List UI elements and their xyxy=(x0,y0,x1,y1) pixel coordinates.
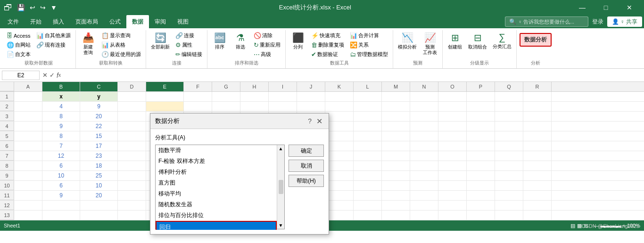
cell-h1[interactable] xyxy=(240,92,269,101)
cell-d7[interactable] xyxy=(118,151,146,161)
cell-rest6e[interactable] xyxy=(410,141,438,151)
col-header-l[interactable]: L xyxy=(354,82,382,91)
dialog-close-button[interactable]: ✕ xyxy=(314,116,324,126)
cell-k1[interactable] xyxy=(325,92,354,101)
cell-rest8b[interactable] xyxy=(325,161,354,170)
cell-r2[interactable] xyxy=(523,102,552,111)
cell-rest13g[interactable] xyxy=(467,211,495,220)
analysis-tools-listbox[interactable]: 指数平滑 F-检验 双样本方差 傅利叶分析 直方图 移动平均 随机数发生器 排位… xyxy=(156,145,277,230)
cell-i1[interactable] xyxy=(269,92,297,101)
cell-h2[interactable] xyxy=(240,102,269,111)
save-icon[interactable]: 💾 xyxy=(15,3,27,12)
tab-view[interactable]: 视图 xyxy=(172,15,194,28)
cell-rest5c[interactable] xyxy=(354,131,382,141)
cell-j2[interactable] xyxy=(297,102,325,111)
website-button[interactable]: 🌐 自网站 xyxy=(5,40,33,49)
cell-rest7i[interactable] xyxy=(523,151,552,161)
cell-c13[interactable] xyxy=(80,211,118,220)
col-header-b[interactable]: B xyxy=(42,82,80,91)
cell-rest8f[interactable] xyxy=(438,161,467,170)
connections-button[interactable]: 🔗 连接 xyxy=(173,31,204,40)
cell-rest6g[interactable] xyxy=(467,141,495,151)
cell-d10[interactable] xyxy=(118,181,146,190)
cell-d5[interactable] xyxy=(118,131,146,141)
cell-b11[interactable]: 9 xyxy=(42,191,80,200)
scroll-up-arrow[interactable]: ▲ xyxy=(279,146,283,151)
cell-b3[interactable]: 8 xyxy=(42,112,80,121)
cell-rest9d[interactable] xyxy=(382,171,410,180)
cell-rest12b[interactable] xyxy=(325,201,354,210)
cell-rest7d[interactable] xyxy=(382,151,410,161)
data-validation-button[interactable]: ✔ 数据验证 xyxy=(309,50,346,59)
list-item-regression[interactable]: 回归 xyxy=(156,221,277,230)
cell-rest8e[interactable] xyxy=(410,161,438,170)
cell-rest6d[interactable] xyxy=(382,141,410,151)
cell-rest5d[interactable] xyxy=(382,131,410,141)
tab-data[interactable]: 数据 xyxy=(126,15,149,28)
existing-connection-button[interactable]: 🔗 现有连接 xyxy=(34,40,73,49)
col-header-h[interactable]: H xyxy=(240,82,269,91)
refresh-all-button[interactable]: 🔄 全部刷新 xyxy=(149,31,172,51)
view-normal[interactable]: ▤ xyxy=(570,223,575,229)
cell-b9[interactable]: 10 xyxy=(42,171,80,180)
data-analysis-dialog[interactable]: 数据分析 ? ✕ 分析工具(A) 指数平滑 F-检验 双样本方差 傅利叶分析 直… xyxy=(150,113,329,231)
cell-rest5g[interactable] xyxy=(467,131,495,141)
cell-rest4g[interactable] xyxy=(467,122,495,131)
split-column-button[interactable]: ⬛ 分列 xyxy=(289,31,307,51)
cell-rest5e[interactable] xyxy=(410,131,438,141)
cell-rest5h[interactable] xyxy=(495,131,523,141)
cell-rest11c[interactable] xyxy=(354,191,382,200)
tab-home[interactable]: 开始 xyxy=(25,15,47,28)
manage-model-button[interactable]: 🗂 管理数据模型 xyxy=(348,50,390,59)
cell-rest10b[interactable] xyxy=(325,181,354,190)
cell-p1[interactable] xyxy=(467,92,495,101)
cell-rest3c[interactable] xyxy=(354,112,382,121)
cell-rest8c[interactable] xyxy=(354,161,382,170)
col-header-d[interactable]: D xyxy=(118,82,146,91)
cell-a1[interactable] xyxy=(14,92,42,101)
cell-rest9h[interactable] xyxy=(495,171,523,180)
list-item-ftest[interactable]: F-检验 双样本方差 xyxy=(156,156,277,167)
cell-rest5i[interactable] xyxy=(523,131,552,141)
cell-c1[interactable]: y xyxy=(80,92,118,101)
cell-rest10i[interactable] xyxy=(523,181,552,190)
consolidate-button[interactable]: 📊 合并计算 xyxy=(348,31,390,40)
cell-rest4b[interactable] xyxy=(325,122,354,131)
cell-rest11d[interactable] xyxy=(382,191,410,200)
cell-rest13f[interactable] xyxy=(438,211,467,220)
cell-j1[interactable] xyxy=(297,92,325,101)
cell-a5[interactable] xyxy=(14,131,42,141)
cell-d13[interactable] xyxy=(118,211,146,220)
minimize-button[interactable]: — xyxy=(571,0,593,15)
cell-rest4i[interactable] xyxy=(523,122,552,131)
cell-rest6i[interactable] xyxy=(523,141,552,151)
tab-pagelayout[interactable]: 页面布局 xyxy=(70,15,104,28)
cell-rest12g[interactable] xyxy=(467,201,495,210)
dialog-help-button[interactable]: ? xyxy=(308,117,312,125)
col-header-e[interactable]: E xyxy=(146,82,184,91)
cell-a10[interactable] xyxy=(14,181,42,190)
cell-rest9b[interactable] xyxy=(325,171,354,180)
cell-i2[interactable] xyxy=(269,102,297,111)
cell-rest7e[interactable] xyxy=(410,151,438,161)
cell-c6[interactable]: 17 xyxy=(80,141,118,151)
cell-c5[interactable]: 15 xyxy=(80,131,118,141)
close-button[interactable]: ✕ xyxy=(619,0,640,15)
cell-b7[interactable]: 12 xyxy=(42,151,80,161)
search-input[interactable] xyxy=(518,19,584,24)
cell-n2[interactable] xyxy=(410,102,438,111)
cell-a8[interactable] xyxy=(14,161,42,170)
new-query-button[interactable]: 📥 新建查询 xyxy=(79,31,98,57)
group-button[interactable]: ⊞ 创建组 xyxy=(446,31,464,51)
cell-d3[interactable] xyxy=(118,112,146,121)
cell-a4[interactable] xyxy=(14,122,42,131)
formula-input[interactable] xyxy=(64,71,642,80)
cell-rest13d[interactable] xyxy=(382,211,410,220)
filter-button[interactable]: ⚗ 筛选 xyxy=(231,31,250,51)
sheet-tab[interactable]: Sheet1 xyxy=(4,223,20,228)
cell-rest4e[interactable] xyxy=(410,122,438,131)
cell-rest11g[interactable] xyxy=(467,191,495,200)
col-header-n[interactable]: N xyxy=(410,82,438,91)
cell-c10[interactable]: 10 xyxy=(80,181,118,190)
col-header-j[interactable]: J xyxy=(297,82,325,91)
